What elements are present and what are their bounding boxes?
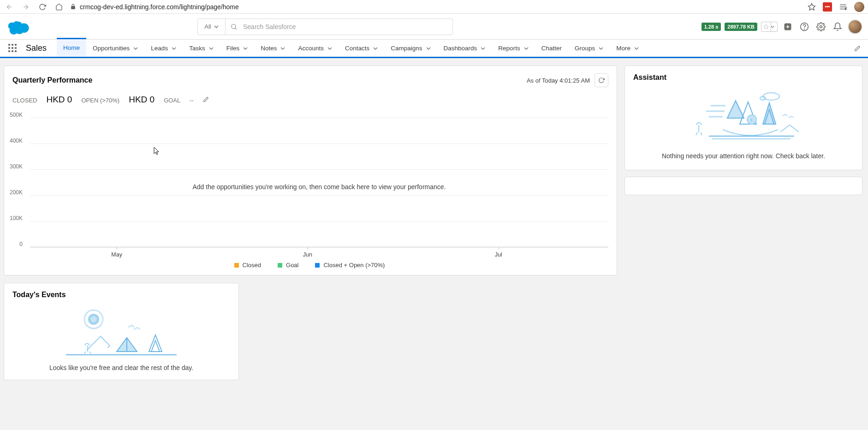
chevron-down-icon[interactable] — [172, 46, 176, 51]
legend-closed: Closed — [234, 262, 261, 269]
x-tick-mark — [308, 247, 308, 250]
chevron-down-icon[interactable] — [209, 46, 214, 51]
legend-closed-open-swatch — [315, 263, 320, 268]
browser-profile-avatar[interactable] — [854, 2, 864, 12]
events-empty-illustration — [59, 306, 184, 359]
y-tick: 400K — [4, 137, 23, 144]
chevron-down-icon[interactable] — [426, 46, 431, 51]
nav-edit-pencil-icon[interactable] — [851, 45, 863, 52]
qp-closed-value: HKD 0 — [46, 95, 72, 105]
notifications-bell-icon[interactable] — [831, 20, 844, 33]
svg-point-6 — [804, 29, 805, 29]
chevron-down-icon[interactable] — [481, 46, 485, 51]
nav-tab-contacts[interactable]: Contacts — [339, 39, 384, 58]
qp-goal-value: -- — [190, 97, 194, 104]
search-scope-select[interactable]: All — [197, 18, 225, 35]
chevron-down-icon[interactable] — [599, 46, 603, 51]
chevron-down-icon[interactable] — [524, 46, 529, 51]
nav-tab-chatter[interactable]: Chatter — [535, 39, 568, 58]
nav-tab-opportunities[interactable]: Opportunities — [86, 39, 144, 58]
browser-home-button[interactable] — [54, 1, 65, 12]
assistant-empty-message: Nothing needs your attention right now. … — [662, 152, 825, 160]
extension-lastpass-icon[interactable]: ••• — [823, 2, 832, 12]
chevron-down-icon[interactable] — [634, 46, 639, 51]
nav-tab-label: Accounts — [298, 45, 324, 52]
extension-music-icon[interactable] — [838, 2, 848, 12]
chevron-down-icon[interactable] — [133, 46, 138, 51]
svg-marker-0 — [809, 3, 815, 10]
nav-tab-label: Opportunities — [93, 45, 130, 52]
chevron-down-icon[interactable] — [280, 46, 285, 51]
legend-goal-swatch — [278, 263, 282, 268]
nav-tab-label: Leads — [151, 45, 168, 52]
browser-back-button[interactable] — [4, 1, 15, 12]
salesforce-logo[interactable] — [6, 18, 33, 36]
quarterly-performance-card: Quarterly Performance As of Today 4:01:2… — [4, 66, 617, 275]
page-body: Quarterly Performance As of Today 4:01:2… — [0, 58, 868, 380]
qp-title: Quarterly Performance — [12, 76, 92, 84]
x-tick-mark — [499, 247, 499, 250]
browser-url[interactable]: crmcog-dev-ed.lightning.force.com/lightn… — [80, 3, 239, 11]
events-empty-message: Looks like you're free and clear the res… — [49, 364, 193, 371]
nav-tab-label: Dashboards — [444, 45, 477, 52]
nav-tab-label: Files — [226, 45, 240, 52]
nav-tab-reports[interactable]: Reports — [492, 39, 535, 58]
nav-tab-label: Campaigns — [391, 45, 422, 52]
nav-tab-tasks[interactable]: Tasks — [183, 39, 220, 58]
gridline — [30, 195, 608, 196]
perf-time-badge: 1.28 s — [702, 23, 721, 31]
qp-refresh-button[interactable] — [595, 73, 608, 87]
qp-closed-label: CLOSED — [12, 97, 37, 104]
search-input[interactable] — [243, 23, 448, 30]
svg-point-2 — [232, 24, 236, 28]
nav-tab-campaigns[interactable]: Campaigns — [384, 39, 437, 58]
setup-gear-icon[interactable] — [814, 20, 827, 33]
legend-closed-swatch — [234, 263, 239, 268]
chevron-down-icon[interactable] — [327, 46, 332, 51]
nav-tab-groups[interactable]: Groups — [568, 39, 610, 58]
qp-goal-label: GOAL — [164, 97, 180, 104]
nav-tab-more[interactable]: More — [610, 39, 645, 58]
nav-tab-label: Tasks — [189, 45, 205, 52]
nav-tab-label: Groups — [575, 45, 595, 52]
search-scope-label: All — [204, 23, 211, 30]
x-tick: Jun — [303, 251, 312, 258]
y-tick: 0 — [4, 241, 23, 247]
nav-tab-label: Chatter — [541, 45, 562, 52]
assistant-title: Assistant — [633, 73, 666, 81]
browser-reload-button[interactable] — [37, 1, 48, 12]
qp-open-label: OPEN (>70%) — [81, 97, 119, 104]
y-tick: 300K — [4, 163, 23, 170]
nav-tab-home[interactable]: Home — [57, 38, 86, 56]
global-search[interactable] — [225, 18, 453, 35]
favorites-dropdown[interactable] — [767, 22, 778, 32]
app-nav-bar: Sales HomeOpportunitiesLeadsTasksFilesNo… — [0, 40, 868, 58]
gridline — [30, 221, 608, 221]
nav-tab-notes[interactable]: Notes — [254, 39, 291, 58]
gridline — [30, 143, 608, 144]
legend-closed-label: Closed — [243, 262, 261, 269]
x-tick-mark — [117, 247, 117, 250]
svg-point-10 — [90, 316, 97, 322]
global-add-button[interactable] — [781, 20, 794, 33]
lock-icon — [70, 4, 76, 10]
chevron-down-icon[interactable] — [373, 46, 378, 51]
legend-goal-label: Goal — [286, 262, 298, 269]
y-tick: 500K — [4, 112, 23, 118]
x-tick: May — [111, 251, 122, 258]
svg-point-7 — [820, 25, 822, 28]
user-avatar[interactable] — [848, 19, 862, 34]
perf-size-badge: 2897.78 KB — [725, 23, 757, 31]
help-button[interactable] — [798, 20, 811, 33]
nav-tab-leads[interactable]: Leads — [144, 39, 183, 58]
browser-forward-button[interactable] — [20, 1, 31, 12]
qp-goal-edit-icon[interactable] — [203, 96, 209, 102]
app-launcher-icon[interactable] — [8, 44, 18, 53]
chevron-down-icon[interactable] — [243, 46, 248, 51]
nav-tab-accounts[interactable]: Accounts — [291, 39, 339, 58]
bookmark-star-icon[interactable] — [807, 2, 816, 12]
nav-tab-label: More — [616, 45, 630, 52]
qp-legend: Closed Goal Closed + Open (>70%) — [11, 262, 608, 269]
nav-tab-files[interactable]: Files — [220, 39, 255, 58]
nav-tab-dashboards[interactable]: Dashboards — [437, 39, 492, 58]
